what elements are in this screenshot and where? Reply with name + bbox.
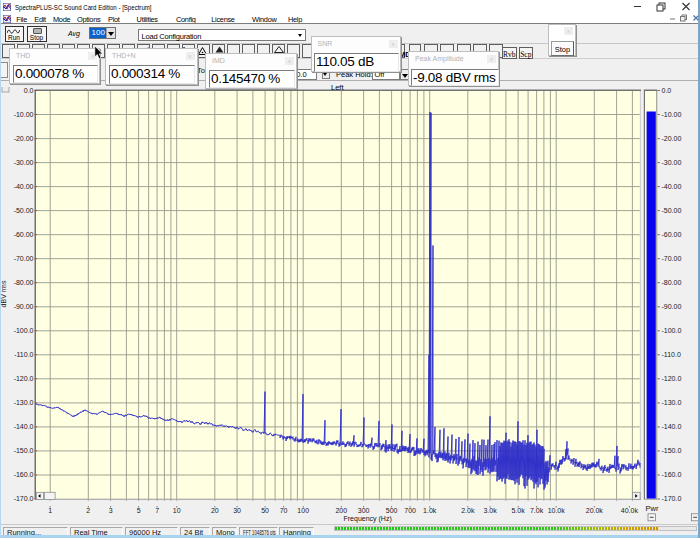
- svg-text:-120.0: -120.0: [662, 375, 682, 382]
- svg-text:2.0k: 2.0k: [461, 507, 475, 514]
- svg-text:-10.00: -10.00: [662, 111, 682, 118]
- svg-text:-80.00: -80.00: [14, 279, 34, 286]
- svg-text:50: 50: [261, 507, 269, 514]
- svg-text:-10.00: -10.00: [14, 111, 34, 118]
- svg-text:-170.0: -170.0: [662, 495, 682, 502]
- svg-text:Frequency (Hz): Frequency (Hz): [344, 515, 392, 523]
- svg-text:3.0k: 3.0k: [483, 507, 497, 514]
- svg-text:7.0k: 7.0k: [530, 507, 544, 514]
- svg-text:5.0k: 5.0k: [511, 507, 525, 514]
- svg-text:-120.0: -120.0: [14, 375, 34, 382]
- svg-text:-150.0: -150.0: [662, 447, 682, 454]
- svg-text:-70.00: -70.00: [14, 255, 34, 262]
- svg-text:10.0k: 10.0k: [548, 507, 566, 514]
- svg-text:-110.0: -110.0: [662, 351, 681, 358]
- svg-text:dBV rms: dBV rms: [0, 280, 7, 307]
- svg-text:20.0k: 20.0k: [586, 507, 604, 514]
- svg-text:100: 100: [297, 507, 309, 514]
- svg-text:-130.0: -130.0: [14, 399, 34, 406]
- svg-text:-30.00: -30.00: [662, 159, 682, 166]
- svg-text:-150.0: -150.0: [14, 447, 34, 454]
- svg-text:5: 5: [137, 507, 141, 514]
- svg-text:1: 1: [48, 507, 52, 514]
- svg-text:10: 10: [173, 507, 181, 514]
- svg-text:7: 7: [155, 507, 159, 514]
- svg-text:Pwr: Pwr: [646, 504, 659, 513]
- svg-text:-20.00: -20.00: [14, 135, 34, 142]
- svg-text:-160.0: -160.0: [662, 471, 682, 478]
- svg-text:700: 700: [404, 507, 416, 514]
- svg-text:0.0: 0.0: [662, 87, 672, 94]
- svg-text:3: 3: [109, 507, 113, 514]
- svg-text:-30.00: -30.00: [14, 159, 34, 166]
- svg-text:70: 70: [280, 507, 288, 514]
- svg-text:20: 20: [211, 507, 219, 514]
- svg-text:-40.00: -40.00: [662, 183, 682, 190]
- svg-text:500: 500: [386, 507, 398, 514]
- svg-text:-90.00: -90.00: [14, 303, 34, 310]
- svg-text:-20.00: -20.00: [662, 135, 682, 142]
- svg-text:2: 2: [86, 507, 90, 514]
- svg-text:-100.0: -100.0: [662, 327, 682, 334]
- svg-text:30: 30: [233, 507, 241, 514]
- svg-text:-140.0: -140.0: [14, 423, 34, 430]
- svg-text:0.0: 0.0: [24, 87, 34, 94]
- svg-text:-40.00: -40.00: [14, 183, 34, 190]
- svg-text:-80.00: -80.00: [662, 279, 682, 286]
- svg-text:-130.0: -130.0: [662, 399, 682, 406]
- svg-text:-60.00: -60.00: [662, 231, 682, 238]
- svg-text:-140.0: -140.0: [662, 423, 682, 430]
- svg-text:40.0k: 40.0k: [621, 507, 639, 514]
- svg-text:200: 200: [335, 507, 347, 514]
- svg-text:-90.00: -90.00: [662, 303, 682, 310]
- svg-text:1.0k: 1.0k: [423, 507, 437, 514]
- svg-text:-60.00: -60.00: [14, 231, 34, 238]
- svg-text:-100.0: -100.0: [14, 327, 34, 334]
- svg-text:-50.00: -50.00: [662, 207, 682, 214]
- svg-text:-110.0: -110.0: [14, 351, 33, 358]
- svg-text:-70.00: -70.00: [662, 255, 682, 262]
- svg-text:300: 300: [358, 507, 370, 514]
- svg-text:-50.00: -50.00: [14, 207, 34, 214]
- svg-text:-170.0: -170.0: [14, 495, 34, 502]
- svg-text:-160.0: -160.0: [14, 471, 34, 478]
